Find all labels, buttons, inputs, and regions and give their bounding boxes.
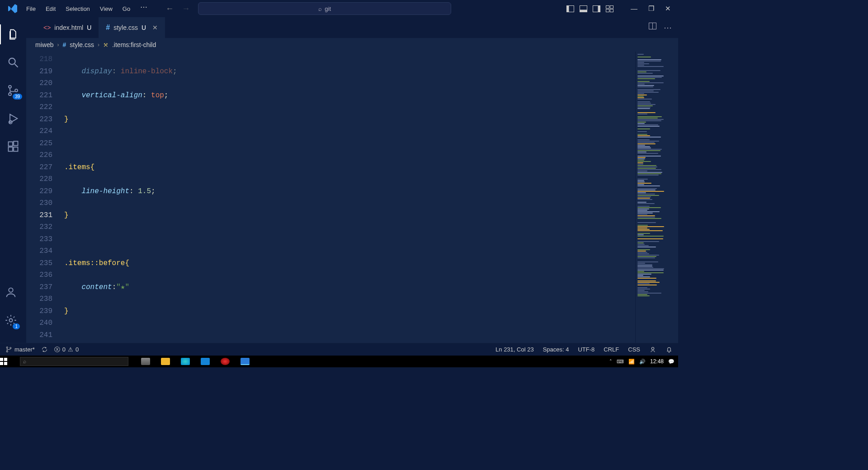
command-center[interactable]: ⌕ git (198, 2, 451, 15)
status-line-col[interactable]: Ln 231, Col 23 (495, 346, 534, 353)
svg-rect-9 (610, 9, 613, 12)
status-language[interactable]: CSS (628, 346, 640, 353)
settings-badge: 1 (13, 323, 20, 329)
system-tray[interactable]: ˄ ⌨ 📶 🔊 12:48 💬 (609, 358, 678, 365)
svg-point-25 (6, 351, 8, 352)
tray-notifications-icon[interactable]: 💬 (668, 359, 675, 365)
status-feedback-icon[interactable] (649, 346, 656, 353)
tab-close-icon[interactable]: ✕ (152, 24, 158, 31)
html-file-icon: <> (43, 24, 51, 31)
svg-rect-31 (4, 362, 7, 365)
window-restore-icon[interactable]: ❐ (648, 5, 654, 13)
status-eol[interactable]: CRLF (604, 346, 619, 353)
taskbar-app-vscode[interactable] (241, 358, 250, 365)
code-content[interactable]: display: inline-block; vertical-align: t… (60, 52, 635, 343)
menu-more-icon[interactable]: ⋯ (136, 3, 152, 15)
taskbar-apps (141, 358, 250, 365)
tray-keyboard-icon[interactable]: ⌨ (617, 359, 624, 365)
tray-chevron-icon[interactable]: ˄ (609, 359, 612, 365)
css-file-icon: # (62, 41, 66, 48)
svg-rect-28 (0, 358, 3, 361)
status-problems[interactable]: ⓧ0 ⚠0 (54, 346, 79, 354)
run-debug-icon[interactable] (2, 108, 24, 129)
menu-file[interactable]: File (22, 3, 40, 15)
css-rule-icon: ⤧ (103, 41, 108, 48)
code-editor[interactable]: 218 219 220 221 222 223 224 225 226 227 … (26, 52, 678, 343)
scm-badge: 39 (13, 94, 22, 100)
svg-rect-1 (567, 5, 569, 12)
windows-taskbar: ⌕ ˄ ⌨ 📶 🔊 12:48 💬 (0, 356, 678, 367)
taskbar-app-opera[interactable] (221, 358, 230, 365)
explorer-icon[interactable] (2, 24, 24, 45)
svg-rect-5 (598, 5, 600, 12)
svg-point-27 (651, 347, 654, 349)
taskbar-clock[interactable]: 12:48 (650, 358, 664, 365)
menu-view[interactable]: View (95, 3, 117, 15)
svg-rect-7 (610, 5, 613, 8)
breadcrumb-symbol[interactable]: .items:first-child (112, 41, 156, 48)
status-encoding[interactable]: UTF-8 (578, 346, 594, 353)
settings-gear-icon[interactable]: 1 (0, 309, 22, 331)
taskbar-app-taskview[interactable] (141, 358, 150, 365)
nav-back-icon[interactable]: ← (165, 4, 174, 14)
svg-rect-6 (606, 5, 609, 8)
tab-label: index.html (54, 24, 83, 31)
status-bar: master* ⓧ0 ⚠0 Ln 231, Col 23 Spaces: 4 U… (0, 343, 678, 356)
toggle-panel-icon[interactable] (580, 5, 587, 12)
status-spaces[interactable]: Spaces: 4 (543, 346, 569, 353)
menu-selection[interactable]: Selection (61, 3, 94, 15)
vscode-logo-icon (7, 3, 18, 14)
svg-rect-18 (14, 147, 18, 151)
svg-rect-29 (4, 358, 7, 361)
tab-label: style.css (113, 24, 138, 31)
taskbar-app-explorer[interactable] (161, 358, 170, 365)
layout-controls (566, 5, 613, 12)
accounts-icon[interactable] (0, 281, 22, 303)
taskbar-app-store[interactable] (201, 358, 210, 365)
status-bell-icon[interactable] (665, 346, 673, 353)
breadcrumbs[interactable]: miweb › # style.css › ⤧ .items:first-chi… (26, 38, 678, 52)
status-sync-icon[interactable] (41, 346, 48, 353)
minimap[interactable] (635, 52, 678, 343)
nav-arrows: ← → (165, 4, 190, 14)
search-panel-icon[interactable] (2, 52, 24, 73)
error-icon: ⓧ (54, 346, 60, 354)
css-file-icon: # (106, 24, 110, 32)
tab-index-html[interactable]: <> index.html U (36, 17, 99, 38)
line-numbers: 218 219 220 221 222 223 224 225 226 227 … (26, 52, 60, 343)
customize-layout-icon[interactable] (606, 5, 613, 12)
title-bar: File Edit Selection View Go ⋯ ← → ⌕ git … (0, 0, 678, 17)
taskbar-app-edge[interactable] (181, 358, 190, 365)
breadcrumb-file[interactable]: style.css (70, 41, 94, 48)
toggle-secondary-sidebar-icon[interactable] (593, 5, 600, 12)
menu-edit[interactable]: Edit (41, 3, 60, 15)
tab-style-css[interactable]: # style.css U ✕ (99, 17, 165, 38)
svg-point-10 (9, 58, 15, 65)
status-branch[interactable]: master* (5, 346, 35, 353)
svg-rect-19 (14, 141, 18, 145)
split-editor-icon[interactable] (649, 23, 656, 33)
svg-point-14 (15, 89, 18, 92)
menu-go[interactable]: Go (118, 3, 135, 15)
svg-point-21 (9, 319, 13, 322)
more-actions-icon[interactable]: ⋯ (664, 23, 672, 33)
source-control-icon[interactable]: 39 (2, 80, 24, 101)
start-button[interactable] (0, 358, 18, 365)
toggle-primary-sidebar-icon[interactable] (566, 5, 574, 12)
nav-forward-icon[interactable]: → (182, 4, 190, 14)
chevron-right-icon: › (98, 42, 99, 48)
breadcrumb-folder[interactable]: miweb (35, 41, 53, 48)
svg-point-12 (9, 85, 11, 88)
editor-area: <> index.html U # style.css U ✕ ⋯ miweb … (26, 17, 678, 343)
window-close-icon[interactable]: ✕ (665, 5, 671, 13)
tray-volume-icon[interactable]: 🔊 (639, 359, 646, 365)
svg-point-20 (9, 288, 13, 292)
svg-point-26 (10, 347, 11, 349)
taskbar-search[interactable]: ⌕ (20, 357, 128, 366)
window-minimize-icon[interactable]: — (631, 5, 637, 13)
menu-bar: File Edit Selection View Go ⋯ (22, 3, 152, 15)
activity-bar: 39 1 (0, 17, 26, 343)
extensions-icon[interactable] (2, 136, 24, 157)
svg-rect-3 (580, 9, 587, 12)
tray-wifi-icon[interactable]: 📶 (628, 359, 635, 365)
